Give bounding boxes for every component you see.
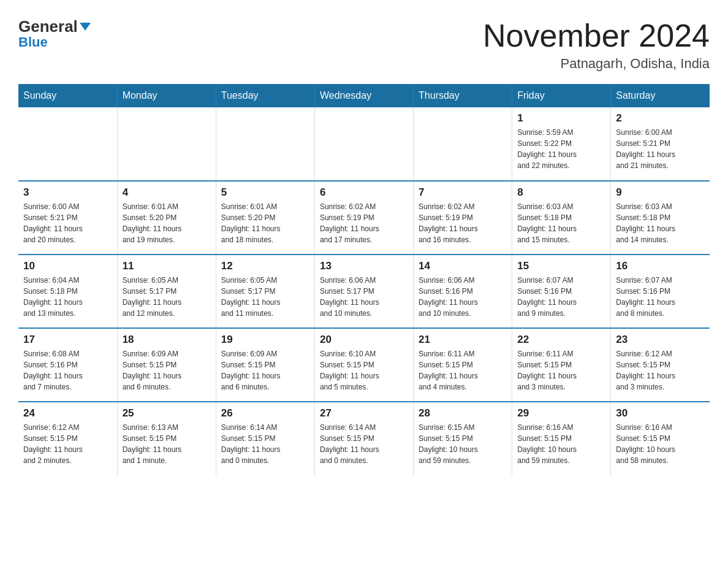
day-info: Sunrise: 6:14 AM Sunset: 5:15 PM Dayligh…	[221, 422, 309, 466]
table-row: 22Sunrise: 6:11 AM Sunset: 5:15 PM Dayli…	[512, 328, 611, 402]
day-number: 5	[221, 186, 309, 199]
day-number: 15	[517, 260, 605, 272]
table-row: 21Sunrise: 6:11 AM Sunset: 5:15 PM Dayli…	[414, 328, 512, 402]
day-info: Sunrise: 6:11 AM Sunset: 5:15 PM Dayligh…	[517, 348, 605, 393]
day-info: Sunrise: 6:03 AM Sunset: 5:18 PM Dayligh…	[517, 201, 605, 245]
table-row: 19Sunrise: 6:09 AM Sunset: 5:15 PM Dayli…	[216, 328, 314, 402]
table-row: 26Sunrise: 6:14 AM Sunset: 5:15 PM Dayli…	[216, 402, 314, 475]
day-number: 2	[616, 112, 705, 124]
calendar-week-row: 17Sunrise: 6:08 AM Sunset: 5:16 PM Dayli…	[18, 328, 710, 402]
table-row: 17Sunrise: 6:08 AM Sunset: 5:16 PM Dayli…	[18, 328, 117, 402]
day-info: Sunrise: 6:02 AM Sunset: 5:19 PM Dayligh…	[320, 201, 408, 245]
day-info: Sunrise: 6:12 AM Sunset: 5:15 PM Dayligh…	[616, 348, 705, 393]
day-number: 19	[221, 334, 309, 346]
day-number: 21	[419, 334, 507, 346]
day-info: Sunrise: 6:02 AM Sunset: 5:19 PM Dayligh…	[419, 201, 507, 245]
table-row: 13Sunrise: 6:06 AM Sunset: 5:17 PM Dayli…	[314, 255, 413, 328]
day-number: 14	[419, 260, 507, 272]
table-row: 23Sunrise: 6:12 AM Sunset: 5:15 PM Dayli…	[611, 328, 710, 402]
table-row: 16Sunrise: 6:07 AM Sunset: 5:16 PM Dayli…	[611, 255, 710, 328]
calendar-week-row: 10Sunrise: 6:04 AM Sunset: 5:18 PM Dayli…	[18, 255, 710, 328]
day-number: 16	[616, 260, 705, 272]
day-info: Sunrise: 6:15 AM Sunset: 5:15 PM Dayligh…	[419, 422, 507, 466]
day-info: Sunrise: 6:10 AM Sunset: 5:15 PM Dayligh…	[320, 348, 408, 393]
day-number: 30	[616, 407, 705, 419]
table-row: 1Sunrise: 5:59 AM Sunset: 5:22 PM Daylig…	[512, 107, 611, 181]
table-row: 14Sunrise: 6:06 AM Sunset: 5:16 PM Dayli…	[414, 255, 512, 328]
calendar-week-row: 3Sunrise: 6:00 AM Sunset: 5:21 PM Daylig…	[18, 181, 710, 255]
day-number: 12	[221, 260, 309, 272]
day-info: Sunrise: 6:06 AM Sunset: 5:17 PM Dayligh…	[320, 275, 408, 319]
day-number: 29	[517, 407, 605, 419]
table-row: 11Sunrise: 6:05 AM Sunset: 5:17 PM Dayli…	[117, 255, 216, 328]
day-number: 1	[517, 112, 605, 124]
table-row	[18, 107, 117, 181]
day-number: 10	[23, 260, 112, 272]
day-number: 7	[419, 186, 507, 199]
table-row: 24Sunrise: 6:12 AM Sunset: 5:15 PM Dayli…	[18, 402, 117, 475]
logo-general: General	[18, 18, 91, 34]
day-info: Sunrise: 6:05 AM Sunset: 5:17 PM Dayligh…	[123, 275, 211, 319]
table-row: 30Sunrise: 6:16 AM Sunset: 5:15 PM Dayli…	[611, 402, 710, 475]
day-number: 9	[616, 186, 705, 199]
table-row: 15Sunrise: 6:07 AM Sunset: 5:16 PM Dayli…	[512, 255, 611, 328]
header-monday: Monday	[117, 84, 216, 107]
table-row: 20Sunrise: 6:10 AM Sunset: 5:15 PM Dayli…	[314, 328, 413, 402]
day-info: Sunrise: 6:16 AM Sunset: 5:15 PM Dayligh…	[517, 422, 605, 466]
header-sunday: Sunday	[18, 84, 117, 107]
logo: General Blue	[18, 18, 91, 49]
day-info: Sunrise: 6:04 AM Sunset: 5:18 PM Dayligh…	[23, 275, 112, 319]
table-row: 29Sunrise: 6:16 AM Sunset: 5:15 PM Dayli…	[512, 402, 611, 475]
table-row: 25Sunrise: 6:13 AM Sunset: 5:15 PM Dayli…	[117, 402, 216, 475]
day-number: 20	[320, 334, 408, 346]
day-number: 3	[23, 186, 112, 199]
day-number: 8	[517, 186, 605, 199]
table-row: 7Sunrise: 6:02 AM Sunset: 5:19 PM Daylig…	[414, 181, 512, 255]
table-row: 3Sunrise: 6:00 AM Sunset: 5:21 PM Daylig…	[18, 181, 117, 255]
table-row: 12Sunrise: 6:05 AM Sunset: 5:17 PM Dayli…	[216, 255, 314, 328]
weekday-header-row: Sunday Monday Tuesday Wednesday Thursday…	[18, 84, 710, 107]
day-info: Sunrise: 6:14 AM Sunset: 5:15 PM Dayligh…	[320, 422, 408, 466]
table-row: 4Sunrise: 6:01 AM Sunset: 5:20 PM Daylig…	[117, 181, 216, 255]
day-number: 18	[123, 334, 211, 346]
day-number: 4	[123, 186, 211, 199]
day-info: Sunrise: 6:05 AM Sunset: 5:17 PM Dayligh…	[221, 275, 309, 319]
day-number: 13	[320, 260, 408, 272]
table-row: 18Sunrise: 6:09 AM Sunset: 5:15 PM Dayli…	[117, 328, 216, 402]
header-friday: Friday	[512, 84, 611, 107]
table-row: 27Sunrise: 6:14 AM Sunset: 5:15 PM Dayli…	[314, 402, 413, 475]
table-row	[414, 107, 512, 181]
day-info: Sunrise: 6:16 AM Sunset: 5:15 PM Dayligh…	[616, 422, 705, 466]
month-title: November 2024	[483, 18, 710, 53]
table-row	[216, 107, 314, 181]
day-number: 22	[517, 334, 605, 346]
table-row: 28Sunrise: 6:15 AM Sunset: 5:15 PM Dayli…	[414, 402, 512, 475]
table-row: 6Sunrise: 6:02 AM Sunset: 5:19 PM Daylig…	[314, 181, 413, 255]
day-info: Sunrise: 6:13 AM Sunset: 5:15 PM Dayligh…	[123, 422, 211, 466]
day-info: Sunrise: 6:09 AM Sunset: 5:15 PM Dayligh…	[221, 348, 309, 393]
day-info: Sunrise: 6:11 AM Sunset: 5:15 PM Dayligh…	[419, 348, 507, 393]
day-info: Sunrise: 6:07 AM Sunset: 5:16 PM Dayligh…	[517, 275, 605, 319]
table-row: 8Sunrise: 6:03 AM Sunset: 5:18 PM Daylig…	[512, 181, 611, 255]
header-tuesday: Tuesday	[216, 84, 314, 107]
logo-triangle-icon	[80, 23, 91, 31]
day-info: Sunrise: 6:00 AM Sunset: 5:21 PM Dayligh…	[616, 127, 705, 171]
day-info: Sunrise: 6:01 AM Sunset: 5:20 PM Dayligh…	[221, 201, 309, 245]
day-number: 17	[23, 334, 112, 346]
header-wednesday: Wednesday	[314, 84, 413, 107]
calendar-week-row: 1Sunrise: 5:59 AM Sunset: 5:22 PM Daylig…	[18, 107, 710, 181]
logo-blue: Blue	[18, 36, 48, 49]
day-number: 11	[123, 260, 211, 272]
day-info: Sunrise: 6:00 AM Sunset: 5:21 PM Dayligh…	[23, 201, 112, 245]
day-number: 6	[320, 186, 408, 199]
day-number: 23	[616, 334, 705, 346]
day-info: Sunrise: 6:06 AM Sunset: 5:16 PM Dayligh…	[419, 275, 507, 319]
day-number: 28	[419, 407, 507, 419]
header-saturday: Saturday	[611, 84, 710, 107]
day-number: 25	[123, 407, 211, 419]
location-title: Patnagarh, Odisha, India	[483, 56, 710, 72]
table-row	[314, 107, 413, 181]
table-row: 2Sunrise: 6:00 AM Sunset: 5:21 PM Daylig…	[611, 107, 710, 181]
page-header: General Blue November 2024 Patnagarh, Od…	[18, 18, 710, 72]
table-row: 5Sunrise: 6:01 AM Sunset: 5:20 PM Daylig…	[216, 181, 314, 255]
